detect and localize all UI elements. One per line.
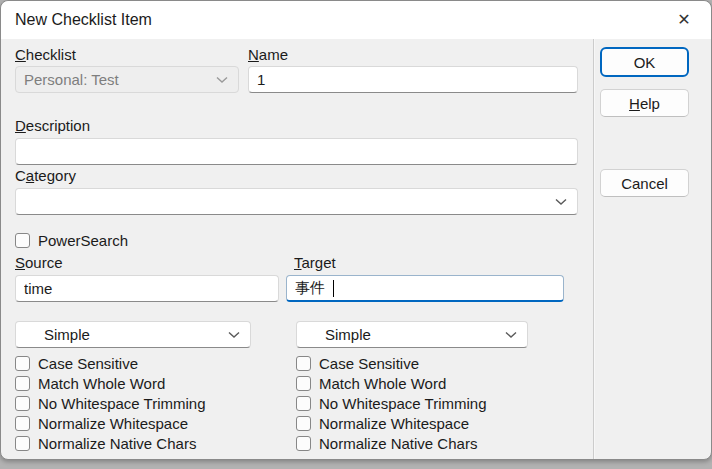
source-mode-value: Simple [44,326,90,343]
checkbox-label: Case Sensitive [319,356,419,371]
checklist-dropdown-value: Personal: Test [24,71,119,88]
source-normalize-native-chars-checkbox[interactable]: Normalize Native Chars [15,433,196,453]
text-caret [333,280,334,297]
chevron-down-icon [555,198,567,206]
cancel-button[interactable]: Cancel [600,169,689,197]
checkbox-icon [15,356,30,371]
category-label: Category [15,167,76,184]
powersearch-label: PowerSearch [38,233,128,248]
checkbox-label: No Whitespace Trimming [319,396,487,411]
vertical-divider [593,39,595,460]
target-normalize-native-chars-checkbox[interactable]: Normalize Native Chars [296,433,477,453]
close-button[interactable]: ✕ [665,5,703,33]
checkbox-icon [296,436,311,451]
checkbox-label: Case Sensitive [38,356,138,371]
target-match-whole-word-checkbox[interactable]: Match Whole Word [296,373,446,393]
powersearch-checkbox[interactable]: PowerSearch [15,230,128,250]
category-dropdown[interactable] [15,188,578,215]
target-input[interactable] [286,275,564,302]
checkbox-icon [296,376,311,391]
checkbox-label: Normalize Native Chars [319,436,477,451]
chevron-down-icon [216,76,228,84]
checkbox-label: Match Whole Word [319,376,446,391]
ok-button-label: OK [634,54,656,71]
checkbox-icon [15,396,30,411]
window-title: New Checklist Item [15,11,152,29]
checkbox-icon [15,416,30,431]
source-input[interactable] [15,275,279,302]
name-input[interactable] [248,66,578,93]
target-no-whitespace-trimming-checkbox[interactable]: No Whitespace Trimming [296,393,487,413]
description-input[interactable] [15,138,578,165]
source-no-whitespace-trimming-checkbox[interactable]: No Whitespace Trimming [15,393,206,413]
target-label: Target [294,254,336,271]
source-case-sensitive-checkbox[interactable]: Case Sensitive [15,353,138,373]
source-normalize-whitespace-checkbox[interactable]: Normalize Whitespace [15,413,188,433]
name-label: Name [248,46,288,63]
checkbox-label: Normalize Whitespace [38,416,188,431]
checkbox-icon [15,436,30,451]
close-icon: ✕ [677,10,690,29]
checklist-dropdown: Personal: Test [15,66,239,93]
new-checklist-item-dialog: New Checklist Item ✕ Checklist Personal:… [0,0,712,460]
source-label: Source [15,254,63,271]
help-button-label: Help [629,95,660,112]
target-case-sensitive-checkbox[interactable]: Case Sensitive [296,353,419,373]
checkbox-label: No Whitespace Trimming [38,396,206,411]
checkbox-icon [296,396,311,411]
help-button[interactable]: Help [600,89,689,117]
source-mode-dropdown[interactable]: Simple [15,321,251,348]
checkbox-icon [15,233,30,248]
checkbox-icon [296,356,311,371]
cancel-button-label: Cancel [621,175,668,192]
checkbox-label: Normalize Whitespace [319,416,469,431]
target-mode-dropdown[interactable]: Simple [296,321,528,348]
chevron-down-icon [505,331,517,339]
source-match-whole-word-checkbox[interactable]: Match Whole Word [15,373,165,393]
target-normalize-whitespace-checkbox[interactable]: Normalize Whitespace [296,413,469,433]
checkbox-label: Normalize Native Chars [38,436,196,451]
target-mode-value: Simple [325,326,371,343]
titlebar: New Checklist Item [1,1,711,39]
description-label: Description [15,117,90,134]
checklist-label: Checklist [15,46,76,63]
checkbox-label: Match Whole Word [38,376,165,391]
checkbox-icon [296,416,311,431]
checkbox-icon [15,376,30,391]
ok-button[interactable]: OK [600,47,689,77]
chevron-down-icon [228,331,240,339]
